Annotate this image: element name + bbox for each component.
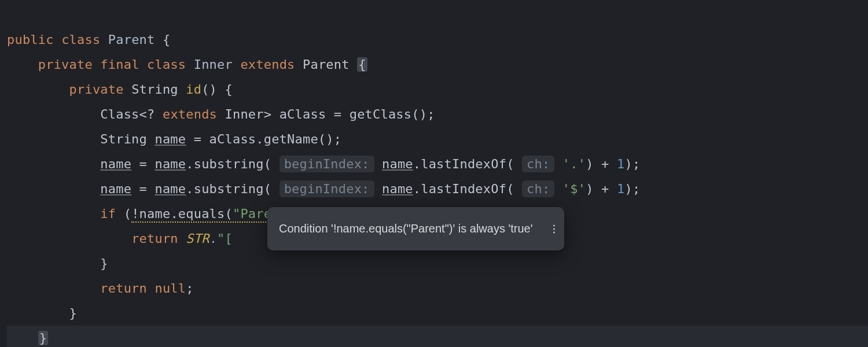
code-line: Class<? extends Inner> aClass = getClass… (7, 107, 435, 121)
var-name: name (100, 157, 131, 171)
keyword-final: final (100, 57, 139, 72)
keyword-null: null (155, 281, 186, 296)
brace-close-matched: } (38, 331, 48, 345)
classname-inner: Inner (194, 57, 233, 72)
keyword-private: private (69, 82, 124, 97)
classname-parent: Parent (108, 32, 155, 47)
code-line: private String id() { (7, 82, 233, 97)
type-class: Class (100, 107, 139, 121)
call-substring: substring (194, 182, 264, 196)
keyword-extends: extends (163, 107, 217, 121)
classname-inner: Inner (225, 107, 264, 121)
param-hint-ch: ch: (522, 180, 554, 197)
code-editor[interactable]: public class Parent { private final clas… (0, 0, 868, 347)
call-lastindexof: lastIndexOf (421, 157, 506, 171)
param-hint-ch: ch: (522, 156, 554, 172)
keyword-class: class (61, 32, 100, 47)
keyword-return: return (100, 281, 147, 296)
code-line: return null; (7, 281, 194, 296)
code-line-current: } (7, 326, 868, 347)
var-name: name (155, 157, 186, 171)
code-line: } (7, 256, 108, 271)
inspection-tooltip[interactable]: Condition '!name.equals("Parent")' is al… (267, 207, 564, 250)
code-line: name = name.substring( beginIndex: name.… (7, 156, 640, 172)
code-line: name = name.substring( beginIndex: name.… (7, 180, 640, 197)
var-aclass: aClass (209, 132, 256, 146)
classname-parent: Parent (303, 57, 350, 72)
number-one: 1 (617, 182, 624, 196)
brace-open-matched: { (357, 57, 367, 72)
keyword-private: private (38, 57, 93, 72)
call-lastindexof: lastIndexOf (421, 182, 506, 196)
var-name: name (155, 182, 186, 196)
keyword-if: if (100, 206, 116, 221)
method-id: id (186, 82, 201, 97)
keyword-extends: extends (240, 57, 295, 72)
code-line: private final class Inner extends Parent… (7, 57, 367, 72)
var-name: name (100, 182, 131, 196)
call-getname: getName (264, 132, 318, 146)
string-literal-open: "[ (217, 231, 233, 246)
var-name: name (382, 157, 413, 171)
number-one: 1 (617, 157, 624, 171)
call-getclass: getClass (350, 107, 412, 121)
type-string: String (100, 132, 147, 146)
keyword-return: return (131, 231, 178, 246)
keyword-public: public (7, 32, 54, 47)
param-hint-beginindex: beginIndex: (279, 180, 374, 197)
brace-open: { (163, 32, 170, 47)
code-line: return STR."[ (7, 231, 233, 246)
param-hint-beginindex: beginIndex: (279, 156, 374, 172)
type-string: String (131, 82, 178, 97)
str-template-processor: STR (186, 231, 209, 246)
keyword-class: class (147, 57, 186, 72)
var-name: name (382, 182, 413, 196)
char-literal-dot: '.' (562, 157, 586, 171)
var-name: name (155, 132, 186, 146)
inspection-tooltip-text: Condition '!name.equals("Parent")' is al… (279, 216, 533, 241)
var-aclass: aClass (279, 107, 326, 121)
char-literal-dollar: '$' (562, 182, 586, 196)
code-line: } (7, 306, 77, 320)
more-actions-icon[interactable] (553, 224, 555, 233)
call-substring: substring (194, 157, 264, 171)
code-line: String name = aClass.getName(); (7, 132, 341, 146)
code-line: public class Parent { (7, 32, 170, 47)
